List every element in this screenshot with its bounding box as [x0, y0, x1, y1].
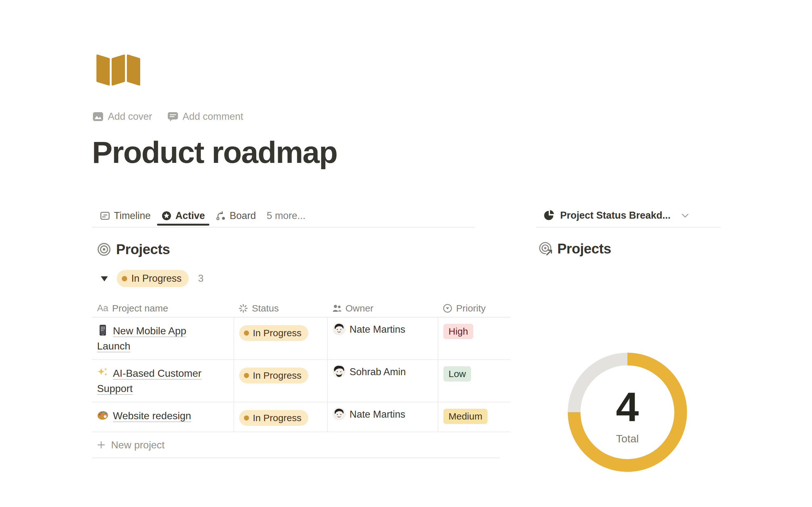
project-name-cell[interactable]: New Mobile App Launch [92, 318, 234, 359]
status-dot [244, 373, 249, 378]
tab-label: Active [175, 210, 205, 222]
project-name-cell[interactable]: AI-Based Customer Support [92, 360, 234, 402]
tabs-divider [92, 227, 475, 228]
status-pill[interactable]: In Progress [239, 325, 308, 341]
pie-chart-icon [543, 210, 554, 221]
table-row: New Mobile App Launch In Progress [92, 318, 511, 360]
text-icon: Aa [97, 303, 108, 314]
column-header-owner[interactable]: Owner [327, 299, 438, 317]
phone-icon [97, 325, 108, 336]
status-group-label: In Progress [131, 273, 182, 284]
priority-cell: High [438, 318, 511, 359]
image-icon [93, 112, 103, 121]
status-cell: In Progress [234, 402, 327, 432]
status-dot [122, 276, 127, 281]
star-icon [161, 211, 171, 221]
palette-icon [97, 409, 108, 421]
projects-table: Aa Project name Status Ow [92, 299, 511, 458]
linked-projects-title: Projects [557, 241, 611, 257]
group-count: 3 [198, 273, 204, 284]
owner-name: Nate Martins [350, 323, 405, 337]
notion-page: Add cover Add comment Product roadmap Ti… [0, 0, 812, 507]
add-comment-label: Add comment [183, 111, 243, 122]
map-icon[interactable] [95, 50, 142, 88]
avatar-nate-martins [333, 323, 345, 335]
board-icon [216, 211, 226, 221]
tab-more-views[interactable]: 5 more... [267, 210, 305, 222]
tab-board[interactable]: Board [216, 210, 256, 222]
owner-cell[interactable]: Nate Martins [327, 402, 438, 432]
avatar-sohrab-amin [333, 365, 345, 378]
sparkles-icon [97, 367, 108, 378]
donut-chart[interactable]: 4 Total [561, 346, 694, 479]
chevron-down-icon [681, 213, 689, 218]
add-cover-button[interactable]: Add cover [93, 111, 152, 122]
status-pill[interactable]: In Progress [239, 410, 308, 426]
priority-icon [443, 303, 452, 313]
project-link[interactable]: AI-Based Customer Support [97, 368, 201, 394]
status-group-row: In Progress 3 [100, 270, 204, 287]
status-dot [244, 415, 249, 420]
priority-tag[interactable]: Medium [444, 409, 488, 424]
priority-tag[interactable]: Low [444, 366, 471, 382]
tab-label: Board [230, 210, 256, 222]
plus-icon [96, 440, 106, 450]
status-cell: In Progress [234, 360, 327, 402]
add-cover-label: Add cover [108, 111, 152, 122]
projects-section-header: Projects [97, 241, 170, 257]
priority-cell: Medium [438, 402, 511, 432]
table-row: AI-Based Customer Support In Progress [92, 360, 511, 402]
project-link[interactable]: New Mobile App Launch [97, 325, 186, 352]
column-header-priority[interactable]: Priority [438, 299, 511, 317]
status-dot [244, 331, 249, 336]
view-tabs: Timeline Active Board 5 more... [100, 206, 305, 226]
owner-cell[interactable]: Sohrab Amin [327, 360, 438, 402]
table-header: Aa Project name Status Ow [92, 299, 511, 318]
page-title: Product roadmap [92, 135, 337, 170]
add-comment-button[interactable]: Add comment [167, 111, 243, 122]
avatar-nate-martins [333, 407, 345, 420]
panel-divider [536, 227, 721, 228]
owner-name: Nate Martins [350, 407, 405, 421]
target-icon [97, 242, 111, 257]
priority-cell: Low [438, 360, 511, 402]
column-header-project-name[interactable]: Aa Project name [92, 299, 234, 317]
spinner-icon [239, 303, 248, 313]
linked-projects-header: Projects [539, 241, 611, 257]
status-cell: In Progress [234, 318, 327, 359]
chart-view-title: Project Status Breakd... [560, 210, 670, 221]
tab-label: Timeline [114, 210, 151, 222]
column-header-status[interactable]: Status [234, 299, 327, 317]
table-row: Website redesign In Progress [92, 402, 511, 432]
projects-title: Projects [116, 241, 170, 257]
people-icon [332, 303, 342, 313]
comment-icon [167, 112, 178, 122]
chart-view-tab[interactable]: Project Status Breakd... [543, 205, 689, 226]
project-name-cell[interactable]: Website redesign [92, 402, 234, 432]
new-project-label: New project [111, 439, 165, 451]
owner-cell[interactable]: Nate Martins [327, 318, 438, 359]
new-project-button[interactable]: New project [92, 432, 500, 458]
tab-label: 5 more... [267, 210, 305, 222]
toggle-triangle-icon[interactable] [100, 275, 108, 282]
page-actions: Add cover Add comment [93, 111, 243, 122]
priority-tag[interactable]: High [444, 324, 473, 339]
tab-timeline[interactable]: Timeline [100, 210, 151, 222]
status-group-pill[interactable]: In Progress [117, 270, 189, 287]
timeline-icon [100, 211, 110, 221]
status-pill[interactable]: In Progress [239, 368, 308, 383]
owner-name: Sohrab Amin [350, 365, 406, 379]
tab-active[interactable]: Active [161, 210, 205, 222]
project-link[interactable]: Website redesign [113, 410, 191, 421]
target-arrow-icon [539, 241, 553, 256]
